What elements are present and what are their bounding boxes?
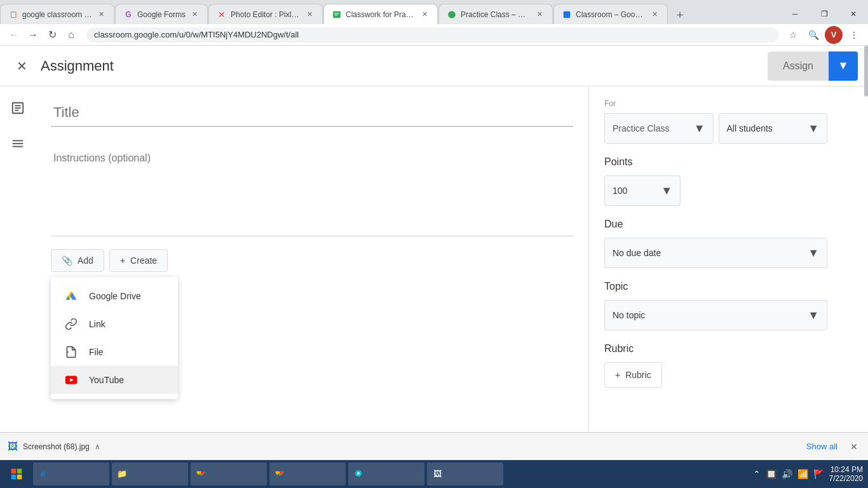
chrome-icon	[196, 468, 206, 478]
paperclip-icon: 📎	[62, 255, 72, 266]
menu-item-youtube[interactable]: YouTube	[51, 366, 178, 394]
taskbar-items: e 📁	[33, 463, 503, 485]
taskbar-app2[interactable]: 🖼	[427, 463, 503, 485]
menu-item-link-label: Link	[89, 319, 105, 329]
tab-4[interactable]: Classwork for Practice Cl... ✕	[323, 4, 438, 24]
app-header: ✕ Assignment Assign ▼	[0, 46, 868, 86]
all-students-value: All students	[727, 123, 773, 133]
network-icon[interactable]: 🔲	[766, 469, 776, 479]
tab-6-favicon	[562, 10, 572, 20]
tab-bar: 📋 google classroom faqs a... ✕ G Google …	[0, 0, 868, 24]
taskbar-up-icon[interactable]: ⌃	[753, 469, 761, 479]
search-icon[interactable]: 🔍	[804, 26, 822, 44]
topic-select[interactable]: No topic ▼	[604, 300, 827, 330]
title-input[interactable]	[51, 99, 573, 127]
volume-icon[interactable]: 🔊	[782, 469, 792, 479]
close-window-button[interactable]: ✕	[839, 4, 868, 24]
tab-1-close[interactable]: ✕	[96, 10, 106, 20]
link-icon	[64, 316, 79, 332]
rubric-add-label: Rubric	[625, 370, 651, 380]
tab-4-close[interactable]: ✕	[419, 10, 430, 20]
assignment-type-icon[interactable]	[6, 97, 29, 119]
points-select[interactable]: 100 ▼	[604, 175, 681, 206]
assign-arrow-button[interactable]: ▼	[829, 51, 858, 81]
menu-item-file[interactable]: File	[51, 338, 178, 366]
tab-1-title: google classroom faqs a...	[22, 10, 92, 19]
due-select[interactable]: No due date ▼	[604, 238, 827, 268]
rubric-label: Rubric	[604, 343, 827, 355]
bookmark-star[interactable]: ☆	[784, 26, 802, 44]
signal-icon[interactable]: 📶	[797, 469, 808, 479]
menu-button[interactable]: ⋮	[845, 26, 863, 44]
taskbar: e 📁	[0, 460, 868, 488]
taskbar-chrome2[interactable]	[269, 463, 346, 485]
tab-3-close[interactable]: ✕	[304, 10, 315, 20]
rubric-add-button[interactable]: + Rubric	[604, 362, 662, 388]
page-title: Assignment	[41, 58, 768, 74]
due-value: No due date	[613, 248, 661, 258]
tab-5[interactable]: Practice Class – Google ... ✕	[438, 4, 553, 24]
tab-2[interactable]: G Google Forms ✕	[115, 4, 208, 24]
svg-point-24	[357, 472, 360, 475]
chrome2-icon	[275, 468, 285, 478]
folder-icon: 📁	[117, 468, 127, 478]
tab-6[interactable]: Classroom – Google Dri... ✕	[553, 4, 668, 24]
create-button[interactable]: + Create	[109, 249, 168, 272]
menu-item-file-label: File	[89, 347, 104, 357]
ie-icon: e	[38, 468, 48, 478]
svg-rect-4	[564, 11, 571, 18]
home-button[interactable]: ⌂	[62, 26, 80, 44]
tab-6-close[interactable]: ✕	[649, 10, 660, 20]
new-tab-button[interactable]: +	[671, 6, 689, 24]
google-drive-icon	[64, 288, 79, 304]
tab-1[interactable]: 📋 google classroom faqs a... ✕	[0, 4, 114, 24]
class-select[interactable]: Practice Class ▼	[604, 113, 714, 144]
menu-item-google-drive[interactable]: Google Drive	[51, 282, 178, 310]
flag-icon[interactable]: 🚩	[813, 469, 824, 479]
taskbar-ie[interactable]: e	[33, 463, 109, 485]
assign-button[interactable]: Assign	[768, 51, 829, 81]
students-chevron-icon: ▼	[808, 122, 819, 135]
app-container: ✕ Assignment Assign ▼	[0, 46, 868, 460]
show-all-button[interactable]: Show all	[801, 442, 843, 451]
forward-button[interactable]: →	[24, 26, 42, 44]
file-icon	[64, 344, 79, 360]
address-bar[interactable]: classroom.google.com/u/0/w/MTI5NjY4MDU2N…	[86, 27, 779, 43]
restore-button[interactable]: ❐	[810, 4, 839, 24]
taskbar-chrome[interactable]	[191, 463, 267, 485]
download-chevron-icon[interactable]: ∧	[95, 442, 100, 451]
reload-button[interactable]: ↻	[43, 26, 61, 44]
add-button[interactable]: 📎 Add	[51, 249, 104, 272]
svg-rect-20	[17, 475, 22, 480]
download-bar-close[interactable]: ✕	[848, 442, 860, 452]
taskbar-explorer[interactable]: 📁	[112, 463, 188, 485]
tab-2-close[interactable]: ✕	[189, 10, 200, 20]
back-button[interactable]: ←	[5, 26, 23, 44]
tab-3[interactable]: ✕ Photo Editor : Pixlr X – fr... ✕	[208, 4, 323, 24]
instructions-field	[51, 137, 573, 239]
taskbar-right: ⌃ 🔲 🔊 📶 🚩 10:24 PM 7/22/2020	[753, 465, 863, 483]
title-field	[51, 99, 573, 127]
lines-icon[interactable]	[6, 132, 29, 155]
download-file-icon: 🖼	[8, 441, 18, 452]
user-avatar[interactable]: V	[825, 26, 843, 44]
close-button[interactable]: ✕	[10, 55, 33, 78]
clock-time: 10:24 PM	[829, 465, 863, 474]
points-chevron-icon: ▼	[661, 184, 672, 198]
instructions-input[interactable]	[51, 147, 573, 236]
tab-2-title: Google Forms	[137, 10, 186, 19]
tab-5-close[interactable]: ✕	[534, 10, 545, 20]
menu-item-link[interactable]: Link	[51, 310, 178, 338]
scrollbar-thumb[interactable]	[864, 46, 868, 97]
tab-4-favicon	[332, 10, 342, 20]
rubric-plus-icon: +	[615, 370, 620, 380]
class-name: Practice Class	[613, 123, 669, 133]
start-button[interactable]	[5, 463, 28, 485]
students-select[interactable]: All students ▼	[719, 113, 828, 144]
svg-rect-17	[11, 469, 17, 474]
points-value: 100	[613, 186, 627, 196]
content-area: 📎 Add + Create	[0, 86, 868, 460]
tab-5-favicon	[447, 10, 457, 20]
taskbar-app1[interactable]	[348, 463, 424, 485]
minimize-button[interactable]: ─	[780, 4, 810, 24]
